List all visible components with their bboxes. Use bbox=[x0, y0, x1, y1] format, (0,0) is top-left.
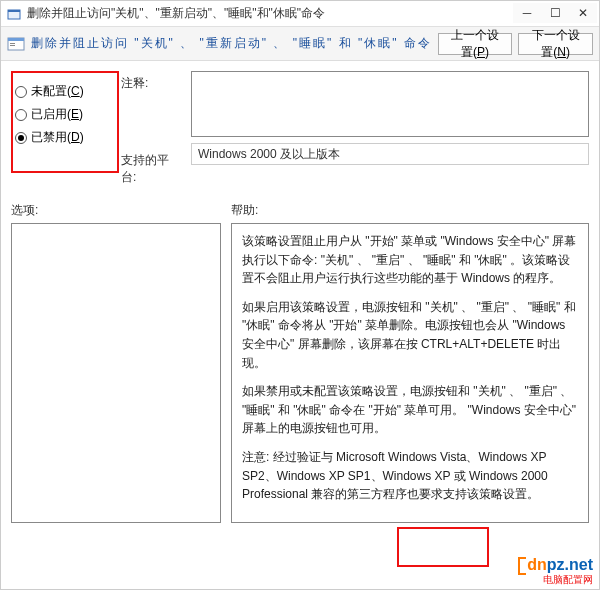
toolbar: 删除并阻止访问 "关机" 、 "重新启动" 、 "睡眠" 和 "休眠" 命令 上… bbox=[1, 27, 599, 61]
radio-not-configured[interactable]: 未配置(C) bbox=[15, 83, 105, 100]
app-icon bbox=[7, 7, 21, 21]
right-column: Windows 2000 及以上版本 bbox=[191, 69, 589, 165]
watermark-brand1: dn bbox=[527, 556, 547, 573]
watermark-suffix: .net bbox=[565, 556, 593, 573]
window-title: 删除并阻止访问"关机"、"重新启动"、"睡眠"和"休眠"命令 bbox=[27, 5, 325, 22]
titlebar: 删除并阻止访问"关机"、"重新启动"、"睡眠"和"休眠"命令 ─ ☐ ✕ bbox=[1, 1, 599, 27]
watermark-brand2: pz bbox=[547, 556, 565, 573]
maximize-button[interactable]: ☐ bbox=[541, 3, 569, 23]
previous-setting-button[interactable]: 上一个设置(P) bbox=[438, 33, 512, 55]
svg-rect-1 bbox=[8, 10, 20, 12]
comment-textarea[interactable] bbox=[191, 71, 589, 137]
label-column: 注释: 支持的平台: bbox=[121, 69, 181, 186]
window-controls: ─ ☐ ✕ bbox=[513, 3, 597, 23]
options-label: 选项: bbox=[11, 202, 221, 219]
watermark: dnpz.net 电脑配置网 bbox=[518, 556, 593, 585]
next-setting-button[interactable]: 下一个设置(N) bbox=[518, 33, 593, 55]
options-column: 选项: bbox=[11, 202, 221, 523]
help-paragraph: 如果禁用或未配置该策略设置，电源按钮和 "关机" 、 "重启" 、 "睡眠" 和… bbox=[242, 382, 578, 438]
policy-editor-window: 删除并阻止访问"关机"、"重新启动"、"睡眠"和"休眠"命令 ─ ☐ ✕ 删除并… bbox=[0, 0, 600, 590]
supported-platform-value: Windows 2000 及以上版本 bbox=[198, 147, 340, 161]
minimize-button[interactable]: ─ bbox=[513, 3, 541, 23]
comment-label: 注释: bbox=[121, 75, 181, 92]
body-area: 未配置(C) 已启用(E) 已禁用(D) 注释: 支持的平台: bbox=[1, 61, 599, 186]
radio-enabled[interactable]: 已启用(E) bbox=[15, 106, 105, 123]
help-paragraph: 如果启用该策略设置，电源按钮和 "关机" 、 "重启" 、 "睡眠" 和 "休眠… bbox=[242, 298, 578, 372]
policy-title: 删除并阻止访问 "关机" 、 "重新启动" 、 "睡眠" 和 "休眠" 命令 bbox=[31, 35, 432, 52]
help-text-box[interactable]: 该策略设置阻止用户从 "开始" 菜单或 "Windows 安全中心" 屏幕执行以… bbox=[231, 223, 589, 523]
help-column: 帮助: 该策略设置阻止用户从 "开始" 菜单或 "Windows 安全中心" 屏… bbox=[231, 202, 589, 523]
annotation-highlight-bottom bbox=[397, 527, 489, 567]
radio-label-not-configured: 未配置(C) bbox=[31, 83, 84, 100]
supported-platform-field: Windows 2000 及以上版本 bbox=[191, 143, 589, 165]
svg-rect-3 bbox=[8, 38, 24, 41]
supported-label: 支持的平台: bbox=[121, 152, 181, 186]
svg-rect-4 bbox=[10, 43, 15, 44]
policy-icon bbox=[7, 35, 25, 53]
radio-icon bbox=[15, 132, 27, 144]
help-paragraph: 注意: 经过验证与 Microsoft Windows Vista、Window… bbox=[242, 448, 578, 504]
radio-label-disabled: 已禁用(D) bbox=[31, 129, 84, 146]
radio-disabled[interactable]: 已禁用(D) bbox=[15, 129, 105, 146]
radio-label-enabled: 已启用(E) bbox=[31, 106, 83, 123]
radio-icon bbox=[15, 86, 27, 98]
svg-rect-5 bbox=[10, 45, 15, 46]
mid-row: 选项: 帮助: 该策略设置阻止用户从 "开始" 菜单或 "Windows 安全中… bbox=[1, 202, 599, 523]
help-paragraph: 该策略设置阻止用户从 "开始" 菜单或 "Windows 安全中心" 屏幕执行以… bbox=[242, 232, 578, 288]
state-radio-group: 未配置(C) 已启用(E) 已禁用(D) bbox=[11, 69, 111, 160]
options-box[interactable] bbox=[11, 223, 221, 523]
radio-icon bbox=[15, 109, 27, 121]
close-button[interactable]: ✕ bbox=[569, 3, 597, 23]
watermark-tag: 电脑配置网 bbox=[518, 575, 593, 585]
help-label: 帮助: bbox=[231, 202, 589, 219]
